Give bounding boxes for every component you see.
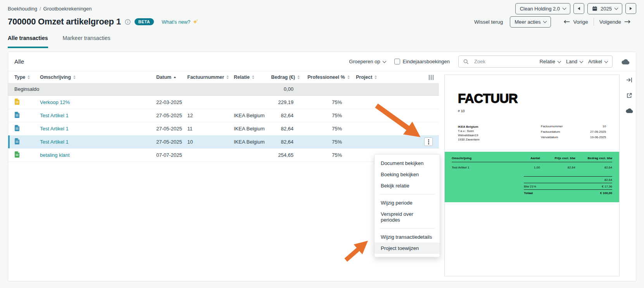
meer-acties-button[interactable]: Meer acties <box>510 16 551 28</box>
search-input[interactable] <box>474 59 534 64</box>
cell-factuurnummer <box>183 95 230 109</box>
relatie-filter-label: Relatie <box>539 59 555 64</box>
land-filter-label: Land <box>566 59 577 64</box>
cell-project <box>352 95 383 109</box>
relatie-filter-dropdown[interactable]: Relatie <box>539 59 560 64</box>
breadcrumb-grootboekrekeningen[interactable]: Grootboekrekeningen <box>43 6 92 12</box>
column-settings-icon[interactable] <box>429 75 434 80</box>
page-actions: Wissel terug Meer acties Vorige Volgende <box>474 16 636 28</box>
table-row[interactable]: Verkoop 12% 22-03-2025 229,19 75% <box>8 95 439 109</box>
preview-side-rail <box>623 71 636 281</box>
chevron-down-icon <box>563 6 566 10</box>
search-filter-group: Relatie Land Artikel <box>458 56 613 68</box>
tab-alle-transacties[interactable]: Alle transacties <box>8 35 48 48</box>
column-header-datum[interactable]: Datum <box>152 71 183 83</box>
transaction-link[interactable]: betaling klant <box>40 152 70 158</box>
volgende-label: Volgende <box>599 19 621 25</box>
transaction-link[interactable]: Test Artikel 1 <box>40 113 69 118</box>
transaction-link[interactable]: Test Artikel 1 <box>40 139 69 145</box>
column-header-project[interactable]: Project <box>352 71 383 83</box>
page-title: 700000 Omzet artikelgroep 1 <box>8 17 121 27</box>
menu-item-project-toewijzen[interactable]: Project toewijzen <box>375 243 440 254</box>
column-header-factuurnummer[interactable]: Factuurnummer <box>183 71 230 83</box>
group-by-label: Groeperen op <box>349 59 380 64</box>
cell-datum: 27-05-2025 <box>152 122 183 135</box>
next-year-button[interactable] <box>625 3 636 14</box>
company-selector-label: Clean Holding 2.0 <box>520 6 560 12</box>
payment-document-icon <box>14 151 20 158</box>
export-button[interactable] <box>621 59 630 65</box>
cell-relatie: IKEA Belgium <box>230 122 267 135</box>
collapse-panel-button[interactable] <box>626 77 632 83</box>
sales-invoice-icon <box>14 125 20 131</box>
transaction-link[interactable]: Test Artikel 1 <box>40 126 69 132</box>
column-header-bedrag[interactable]: Bedrag (€) <box>267 71 304 83</box>
menu-item-wijzig-transactiedetails[interactable]: Wijzig transactiedetails <box>375 231 440 243</box>
tab-bar: Alle transacties Markeer transacties <box>8 35 636 48</box>
sparkle-icon <box>192 19 198 25</box>
menu-item-verspreid-over-periodes[interactable]: Verspreid over periodes <box>375 208 440 226</box>
invoice-totals: 82,64 Btw 21%€ 17,36 Totaal€ 100,00 <box>524 176 612 196</box>
sort-icon <box>375 75 377 80</box>
row-actions-button[interactable] <box>424 137 433 146</box>
group-by-dropdown[interactable]: Groeperen op <box>349 59 385 64</box>
menu-item-bekijk-relatie[interactable]: Bekijk relatie <box>375 180 440 191</box>
chevron-left-icon <box>578 7 580 10</box>
info-icon[interactable] <box>125 19 131 25</box>
cell-bedrag: 82,64 <box>267 135 304 148</box>
volgende-button[interactable]: Volgende <box>594 19 636 25</box>
cell-professioneel: 75% <box>304 95 352 109</box>
cell-factuurnummer: 11 <box>183 122 230 135</box>
cell-professioneel: 75% <box>304 122 352 135</box>
chevron-down-icon <box>604 59 608 63</box>
tab-markeer-transacties[interactable]: Markeer transacties <box>63 35 110 48</box>
cell-professioneel: 75% <box>304 148 352 161</box>
beginsaldo-row: Beginsaldo 0,00 <box>8 83 439 95</box>
column-header-relatie[interactable]: Relatie <box>230 71 267 83</box>
menu-item-wijzig-periode[interactable]: Wijzig periode <box>375 197 440 208</box>
invoice-title: FACTUUR <box>458 91 606 106</box>
wissel-terug-button[interactable]: Wissel terug <box>474 19 503 25</box>
cell-project <box>352 135 383 148</box>
breadcrumb-boekhouding[interactable]: Boekhouding <box>8 6 37 12</box>
menu-item-document-bekijken[interactable]: Document bekijken <box>375 158 440 169</box>
whats-new-label: What's new? <box>162 19 190 25</box>
land-filter-dropdown[interactable]: Land <box>566 59 583 64</box>
transaction-link[interactable]: Verkoop 12% <box>40 99 70 105</box>
whats-new-link[interactable]: What's new? <box>162 19 198 25</box>
calendar-icon <box>592 6 597 11</box>
kebab-icon <box>428 139 429 141</box>
column-header-professioneel[interactable]: Professioneel % <box>304 71 352 83</box>
chevron-right-icon <box>630 7 632 10</box>
artikel-filter-label: Artikel <box>588 59 602 64</box>
search-icon <box>463 59 469 64</box>
cell-bedrag: 82,64 <box>267 109 304 122</box>
column-header-omschrijving[interactable]: Omschrijving <box>36 71 152 83</box>
cloud-download-icon <box>625 108 633 113</box>
column-header-type[interactable]: Type <box>8 71 36 83</box>
cell-relatie <box>230 148 267 161</box>
menu-item-boeking-bekijken[interactable]: Boeking bekijken <box>375 169 440 180</box>
beta-badge: BETA <box>135 18 154 25</box>
cell-datum: 27-05-2025 <box>152 109 183 122</box>
table-row[interactable]: Test Artikel 1 27-05-2025 12 IKEA Belgiu… <box>8 109 439 122</box>
vorige-button[interactable]: Vorige <box>558 19 593 25</box>
table-row-selected[interactable]: Test Artikel 1 27-05-2025 10 IKEA Belgiu… <box>8 135 439 148</box>
record-pager: Vorige Volgende <box>558 18 636 26</box>
cell-bedrag: 82,64 <box>267 122 304 135</box>
open-fullscreen-button[interactable] <box>626 92 632 99</box>
sort-asc-icon <box>174 76 176 78</box>
artikel-filter-dropdown[interactable]: Artikel <box>588 59 608 64</box>
sort-icon <box>297 75 300 80</box>
row-context-menu: Document bekijken Boeking bekijken Bekij… <box>374 154 440 257</box>
year-end-filter[interactable]: Eindejaarsboekingen <box>394 59 450 64</box>
year-selector[interactable]: 2025 <box>587 3 622 14</box>
eindejaarsboekingen-checkbox[interactable] <box>394 59 400 64</box>
table-row[interactable]: Test Artikel 1 27-05-2025 11 IKEA Belgiu… <box>8 122 439 135</box>
download-document-button[interactable] <box>625 108 633 113</box>
previous-year-button[interactable] <box>573 3 584 14</box>
company-selector[interactable]: Clean Holding 2.0 <box>515 3 570 14</box>
table-header-row: Type Omschrijving Datum Factuurnummer Re… <box>8 71 439 83</box>
invoice-line-table: Omschrijving Aantal Prijs excl. btw Bedr… <box>445 152 619 202</box>
collapse-right-icon <box>626 77 632 83</box>
